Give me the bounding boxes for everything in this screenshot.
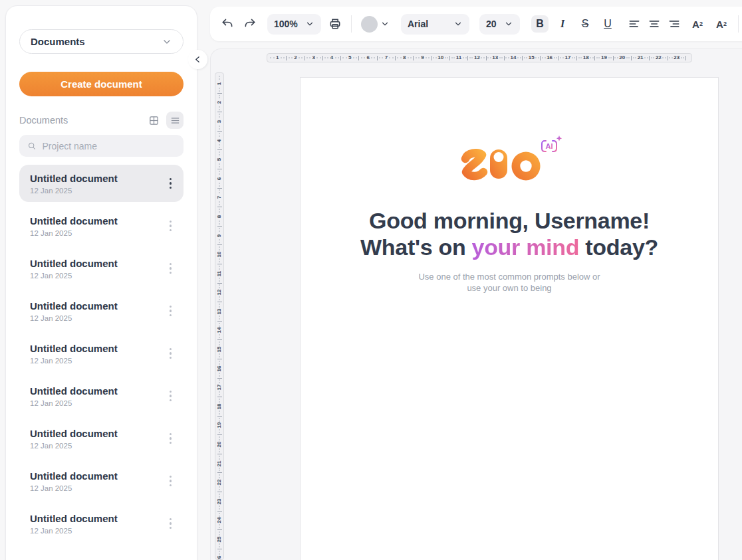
ruler-unit: 20 [614,54,631,62]
strikethrough-button[interactable]: S [576,15,594,33]
create-document-button[interactable]: Create document [19,72,184,96]
ruler-unit: 14 [505,54,522,62]
ruler-unit: 20 [215,435,223,454]
document-menu-button[interactable] [167,430,175,447]
ruler-unit: 25 [215,530,223,549]
document-meta: Untitled document 12 Jan 2025 [30,258,118,280]
workspace-selector-label: Documents [31,36,85,47]
ruler-unit: 22 [215,473,223,492]
document-list-item[interactable]: Untitled document 12 Jan 2025 [19,377,184,415]
ruler-unit: 24 [215,512,223,530]
document-menu-button[interactable] [167,260,175,277]
document-meta: Untitled document 12 Jan 2025 [30,173,118,195]
grid-view-icon [148,115,160,126]
greeting-highlight: your mind [472,234,580,260]
document-title: Untitled document [30,258,118,269]
zoom-select[interactable]: 100% [267,14,321,35]
align-left-button[interactable] [626,15,643,33]
ruler-unit: 10 [432,54,449,62]
ruler-unit: 26 [215,549,223,560]
ruler-unit: 18 [577,54,594,62]
document-date: 12 Jan 2025 [30,527,118,535]
app-window: Documents Create document Documents [0,0,742,560]
document-list-item[interactable]: Untitled document 12 Jan 2025 [19,505,184,542]
ai-badge-icon: AI [539,136,562,157]
ruler-unit: 7 [378,54,395,62]
ruler-unit: 13 [487,54,504,62]
document-menu-button[interactable] [167,388,175,405]
subtitle-line2: use your own to being [467,283,551,293]
ruler-unit: 21 [632,54,649,62]
document-menu-button[interactable] [167,175,175,192]
align-center-button[interactable] [646,15,663,33]
greeting-line1: Good morning, Username! [369,208,650,233]
font-size-value: 20 [486,19,497,29]
horizontal-ruler: 1234567891011121314151617181920212223 [267,53,692,62]
document-title: Untitled document [30,343,118,354]
chevron-down-icon [380,19,390,29]
document-menu-button[interactable] [167,345,175,362]
superscript-button[interactable]: A2 [688,15,707,33]
document-date: 12 Jan 2025 [30,399,118,407]
undo-button[interactable] [219,15,236,33]
underline-button[interactable]: U [599,15,616,33]
ruler-unit: 3 [305,54,322,62]
document-meta: Untitled document 12 Jan 2025 [30,215,118,237]
ruler-unit: 4 [323,54,340,62]
document-list-item[interactable]: Untitled document 12 Jan 2025 [19,207,184,244]
ruler-unit: 22 [650,54,667,62]
document-title: Untitled document [30,215,118,227]
align-right-button[interactable] [666,15,683,33]
document-list-item[interactable]: Untitled document 12 Jan 2025 [19,250,184,287]
toolbar-divider [351,15,352,33]
document-list-item[interactable]: Untitled document 12 Jan 2025 [19,292,184,329]
document-date: 12 Jan 2025 [30,272,118,280]
underline-label: U [604,18,612,30]
workspace-selector[interactable]: Documents [19,29,184,54]
italic-button[interactable]: I [554,15,571,33]
chevron-down-icon [162,37,172,47]
documents-section-header: Documents [19,112,184,129]
document-page[interactable]: AI Good morning, Username! What's on you… [300,77,719,560]
document-menu-button[interactable] [167,218,175,234]
grid-view-button[interactable] [145,112,162,129]
text-color-picker[interactable] [361,16,390,33]
document-title: Untitled document [30,428,118,439]
toolbar-divider [738,15,739,33]
sidebar-collapse-button[interactable] [188,50,207,69]
ruler-unit: 8 [396,54,413,62]
print-button[interactable] [326,15,344,33]
redo-button[interactable] [241,15,259,33]
document-menu-button[interactable] [167,303,175,320]
document-menu-button[interactable] [167,515,175,532]
document-meta: Untitled document 12 Jan 2025 [30,428,118,450]
bold-button[interactable]: B [531,15,549,33]
document-list-item[interactable]: Untitled document 12 Jan 2025 [19,462,184,500]
document-title: Untitled document [30,385,118,397]
ruler-unit: 15 [215,340,223,359]
zio-logo: AI [459,140,560,183]
font-family-select[interactable]: Arial [401,14,469,35]
document-list-item[interactable]: Untitled document 12 Jan 2025 [19,165,184,202]
subscript-button[interactable]: A2 [712,15,731,33]
search-input[interactable] [42,141,176,151]
document-list-item[interactable]: Untitled document 12 Jan 2025 [19,335,184,372]
subtitle-line1: Use one of the most common prompts below… [418,272,600,282]
font-size-select[interactable]: 20 [479,14,520,35]
document-menu-button[interactable] [167,473,175,490]
chevron-down-icon [453,19,463,29]
document-title: Untitled document [30,173,118,184]
document-list: Untitled document 12 Jan 2025 Untitled d… [19,165,184,542]
ruler-unit: 9 [414,54,431,62]
ruler-unit: 1 [269,54,286,62]
list-view-button[interactable] [166,112,184,129]
ruler-unit: 10 [215,245,223,264]
document-meta: Untitled document 12 Jan 2025 [30,470,118,492]
italic-label: I [560,18,564,30]
document-meta: Untitled document 12 Jan 2025 [30,513,118,535]
document-list-item[interactable]: Untitled document 12 Jan 2025 [19,420,184,457]
chevron-down-icon [305,19,314,29]
ruler-unit: 8 [215,207,223,226]
ruler-unit: 5 [215,150,223,169]
strikethrough-label: S [582,18,589,30]
